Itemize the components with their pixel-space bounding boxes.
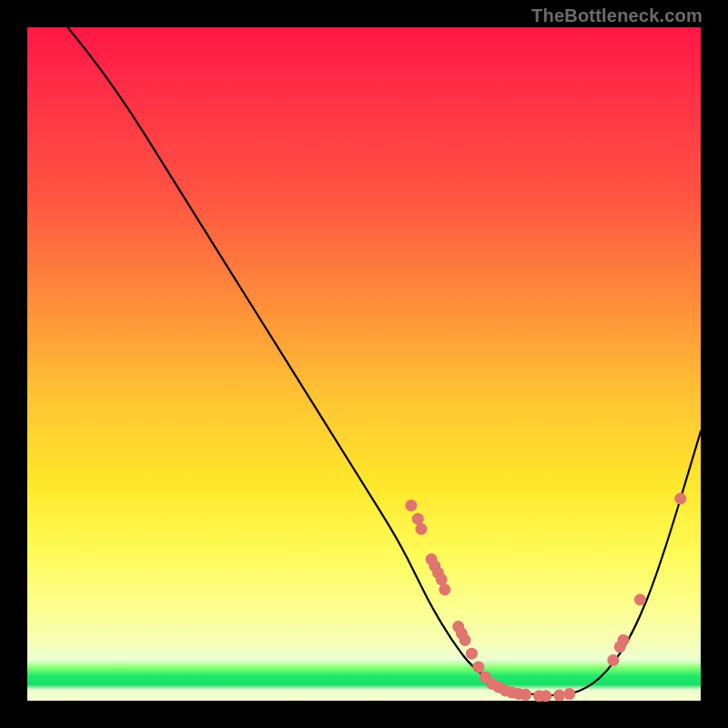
data-point — [466, 648, 478, 660]
bottleneck-curve — [67, 27, 701, 695]
data-points — [405, 493, 686, 703]
plot-area — [27, 27, 701, 701]
watermark-text: TheBottleneck.com — [531, 5, 703, 26]
data-point — [412, 513, 424, 525]
data-point — [617, 634, 629, 646]
data-point — [415, 523, 427, 535]
data-point — [540, 690, 551, 702]
data-point — [472, 662, 484, 673]
data-point — [460, 634, 471, 646]
data-point — [405, 500, 417, 511]
data-point — [563, 688, 575, 700]
data-point — [520, 689, 531, 701]
chart-stage: TheBottleneck.com — [0, 0, 728, 728]
data-point — [439, 583, 450, 595]
data-point — [634, 594, 646, 606]
data-point — [607, 654, 619, 666]
data-point — [674, 493, 686, 505]
data-point — [553, 690, 565, 702]
chart-svg — [27, 27, 701, 701]
data-point — [436, 573, 448, 585]
